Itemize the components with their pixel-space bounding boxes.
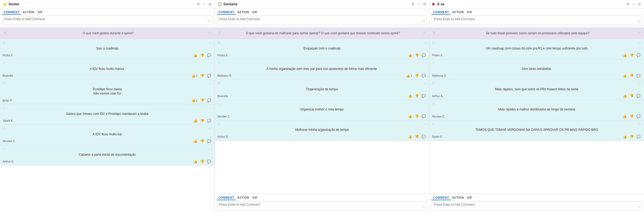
dislike-button[interactable]: 👎: [199, 159, 205, 164]
like-button[interactable]: 👍: [407, 53, 413, 58]
layout-icon[interactable]: ⊞: [637, 2, 641, 7]
layout-icon[interactable]: ⊞: [423, 2, 427, 7]
tab-gif-ese[interactable]: GIF: [466, 10, 474, 15]
comment-button[interactable]: 💬: [421, 74, 427, 78]
comment-button[interactable]: 💬: [636, 134, 641, 139]
dislike-button[interactable]: 👎: [629, 74, 635, 78]
dislike-button[interactable]: 👎: [199, 53, 205, 58]
bottom-comment-input-gostaria[interactable]: [217, 201, 427, 211]
star-icon[interactable]: ☆: [433, 30, 436, 34]
bottom-tab-action-gostaria[interactable]: ACTION: [236, 195, 251, 200]
question-card-menu-icon[interactable]: ···: [423, 30, 426, 35]
card-star-icon[interactable]: ☆: [217, 41, 221, 44]
comment-button[interactable]: 💬: [206, 74, 212, 78]
dislike-button[interactable]: 👎: [629, 114, 635, 119]
comment-button[interactable]: 💬: [421, 53, 427, 58]
comment-button[interactable]: 💬: [206, 159, 212, 164]
dislike-button[interactable]: 👎: [199, 139, 205, 143]
tab-gif-gostaria[interactable]: GIF: [251, 10, 259, 15]
card-star-icon[interactable]: ☆: [432, 81, 435, 85]
card-menu-icon[interactable]: ···: [424, 81, 427, 85]
like-button[interactable]: 👍: [407, 114, 413, 119]
like-button[interactable]: 👍: [622, 134, 628, 139]
card-menu-icon[interactable]: ···: [424, 122, 427, 126]
like-button[interactable]: 👍1: [191, 74, 198, 78]
question-card-menu-icon[interactable]: ···: [638, 30, 641, 35]
comment-button[interactable]: 💬: [636, 94, 641, 98]
comment-input-gostei[interactable]: [2, 16, 212, 25]
bottom-comment-input-ese[interactable]: [432, 201, 642, 211]
comment-button[interactable]: 💬: [636, 74, 641, 78]
comment-button[interactable]: 💬: [206, 53, 212, 58]
card-star-icon[interactable]: ☆: [3, 106, 6, 110]
dislike-button[interactable]: 👎: [629, 94, 635, 98]
comment-button[interactable]: 💬: [421, 114, 427, 119]
card-star-icon[interactable]: ☆: [432, 61, 435, 65]
card-menu-icon[interactable]: ···: [424, 40, 427, 44]
tab-comment-gostei[interactable]: COMMENT: [2, 10, 21, 15]
like-button[interactable]: 👍: [622, 94, 628, 98]
dislike-button[interactable]: 👎: [414, 53, 420, 58]
card-menu-icon[interactable]: ···: [209, 81, 212, 85]
card-menu-icon[interactable]: ···: [209, 126, 212, 130]
card-menu-icon[interactable]: ···: [638, 122, 641, 126]
card-star-icon[interactable]: ☆: [3, 147, 6, 150]
card-star-icon[interactable]: ☆: [217, 81, 221, 85]
settings-icon[interactable]: ⚙: [626, 2, 630, 7]
card-menu-icon[interactable]: ···: [209, 40, 212, 44]
card-menu-icon[interactable]: ···: [209, 61, 212, 65]
dislike-button[interactable]: 👎: [414, 114, 420, 119]
bottom-tab-comment-ese[interactable]: COMMENT: [432, 195, 450, 200]
dislike-button[interactable]: 👎: [629, 53, 635, 58]
card-menu-icon[interactable]: ···: [424, 101, 427, 105]
tab-action-gostei[interactable]: ACTION: [21, 10, 36, 15]
card-star-icon[interactable]: ☆: [217, 122, 221, 126]
comment-button[interactable]: 💬: [636, 53, 641, 58]
card-menu-icon[interactable]: ···: [424, 61, 427, 65]
comment-button[interactable]: 💬: [206, 139, 212, 143]
settings-icon[interactable]: ⚙: [196, 2, 200, 7]
dislike-button[interactable]: 👎: [199, 74, 205, 78]
tab-action-gostaria[interactable]: ACTION: [236, 10, 251, 15]
star-icon[interactable]: ☆: [218, 30, 221, 34]
dislike-button[interactable]: 👎: [629, 134, 635, 139]
card-star-icon[interactable]: ☆: [217, 61, 221, 65]
card-star-icon[interactable]: ☆: [3, 126, 6, 130]
comment-button[interactable]: 💬: [206, 98, 212, 103]
card-star-icon[interactable]: ☆: [3, 81, 6, 85]
bottom-tab-comment-gostaria[interactable]: COMMENT: [217, 195, 236, 200]
star-icon[interactable]: ☆: [3, 30, 6, 34]
card-menu-icon[interactable]: ···: [638, 40, 641, 44]
sort-icon[interactable]: ↑↓: [631, 2, 636, 7]
bottom-tab-action-ese[interactable]: ACTION: [451, 195, 466, 200]
card-star-icon[interactable]: ☆: [432, 41, 435, 44]
comment-button[interactable]: 💬: [421, 134, 427, 139]
like-button[interactable]: 👍: [193, 53, 198, 58]
dislike-button[interactable]: 👎: [199, 98, 205, 103]
bottom-tab-gif-ese[interactable]: GIF: [466, 195, 474, 200]
like-button[interactable]: 👍: [622, 74, 628, 78]
comment-input-ese[interactable]: [432, 16, 642, 25]
tab-gif-gostei[interactable]: GIF: [36, 10, 44, 15]
card-star-icon[interactable]: ☆: [3, 41, 6, 44]
card-star-icon[interactable]: ☆: [432, 102, 435, 105]
layout-icon[interactable]: ⊞: [208, 2, 212, 7]
question-card-menu-icon[interactable]: ···: [208, 30, 211, 35]
like-button[interactable]: 👍: [193, 119, 198, 123]
like-button[interactable]: 👍: [622, 114, 628, 119]
dislike-button[interactable]: 👎: [414, 94, 420, 98]
like-button[interactable]: 👍: [193, 139, 198, 143]
like-button[interactable]: 👍: [407, 94, 413, 98]
card-menu-icon[interactable]: ···: [209, 147, 212, 151]
card-star-icon[interactable]: ☆: [3, 61, 6, 65]
sort-icon[interactable]: ↑↓: [202, 2, 206, 7]
bottom-tab-gif-gostaria[interactable]: GIF: [251, 195, 259, 200]
comment-button[interactable]: 💬: [206, 119, 212, 123]
comment-input-gostaria[interactable]: [217, 16, 427, 25]
comment-button[interactable]: 💬: [421, 94, 427, 98]
like-button[interactable]: 👍: [407, 134, 413, 139]
dislike-button[interactable]: 👎: [414, 134, 420, 139]
card-star-icon[interactable]: ☆: [432, 122, 435, 126]
tab-action-ese[interactable]: ACTION: [451, 10, 466, 15]
dislike-button[interactable]: 👎: [199, 119, 205, 123]
